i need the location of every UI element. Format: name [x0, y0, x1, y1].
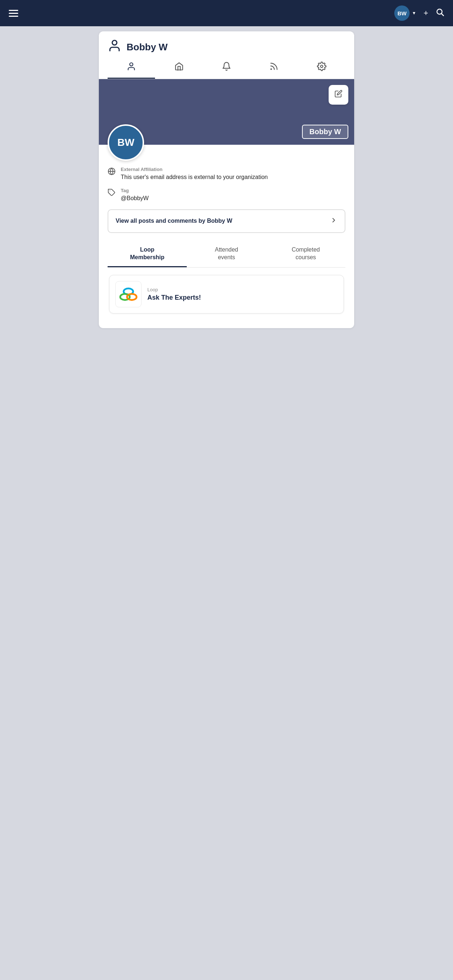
view-posts-label: View all posts and comments by Bobby W [116, 218, 232, 224]
tag-row: Tag @BobbyW [108, 188, 345, 202]
bottom-space [0, 333, 453, 980]
loop-type-label: Loop [147, 287, 201, 293]
section-tabs: LoopMembership Attendedevents Completedc… [108, 242, 345, 268]
hamburger-menu[interactable] [9, 10, 18, 17]
add-button[interactable]: + [423, 8, 428, 18]
tag-value: @BobbyW [121, 194, 149, 202]
external-affiliation-info: External Affiliation This user's email a… [121, 167, 268, 181]
section-tab-completed-courses[interactable]: Completedcourses [266, 242, 345, 267]
svg-point-11 [127, 294, 136, 300]
loop-name: Ask The Experts! [147, 294, 201, 302]
rss-icon [269, 62, 279, 73]
tag-label: Tag [121, 188, 149, 193]
chevron-right-icon [330, 216, 337, 226]
main-card: Bobby W [99, 31, 354, 328]
user-avatar-button[interactable]: BW ▼ [394, 5, 416, 21]
globe-icon [108, 167, 116, 178]
svg-point-2 [112, 40, 117, 45]
bell-icon [222, 62, 231, 73]
external-affiliation-text: This user's email address is external to… [121, 173, 268, 181]
search-icon [435, 8, 444, 16]
section-tab-loop-membership[interactable]: LoopMembership [108, 242, 187, 267]
user-name-badge: Bobby W [302, 125, 348, 139]
svg-point-4 [271, 69, 272, 70]
nav-right: BW ▼ + [394, 5, 444, 21]
nav-avatar: BW [394, 5, 410, 21]
external-affiliation-row: External Affiliation This user's email a… [108, 167, 345, 181]
loop-rings-icon [118, 284, 139, 304]
loop-info: Loop Ask The Experts! [147, 287, 201, 302]
svg-point-3 [130, 63, 133, 66]
svg-point-5 [321, 65, 323, 68]
profile-avatar: BW [108, 124, 144, 161]
profile-name: Bobby W [126, 41, 168, 53]
profile-info: External Affiliation This user's email a… [99, 145, 354, 328]
profile-tab-icon [126, 62, 136, 73]
tab-home[interactable] [155, 62, 203, 79]
loop-logo [115, 281, 142, 307]
external-affiliation-label: External Affiliation [121, 167, 268, 172]
pencil-icon [335, 90, 343, 100]
profile-header: Bobby W [99, 31, 354, 56]
edit-profile-button[interactable] [329, 85, 348, 105]
profile-banner: Bobby W BW [99, 79, 354, 145]
tab-profile[interactable] [108, 62, 155, 79]
tab-settings[interactable] [298, 62, 345, 79]
tab-notifications[interactable] [203, 62, 250, 79]
svg-line-1 [442, 14, 444, 16]
section-tab-attended-events[interactable]: Attendedevents [187, 242, 266, 267]
top-nav: BW ▼ + [0, 0, 453, 26]
profile-user-icon [108, 39, 121, 56]
search-button[interactable] [435, 8, 444, 19]
home-icon [174, 62, 184, 73]
view-all-posts-button[interactable]: View all posts and comments by Bobby W [108, 209, 345, 233]
nav-chevron-down-icon: ▼ [412, 11, 416, 16]
tag-info: Tag @BobbyW [121, 188, 149, 202]
loop-card[interactable]: Loop Ask The Experts! [109, 275, 344, 313]
tab-feed[interactable] [250, 62, 298, 79]
tag-icon [108, 188, 116, 199]
gear-icon [317, 62, 327, 73]
profile-nav-tabs [99, 56, 354, 79]
